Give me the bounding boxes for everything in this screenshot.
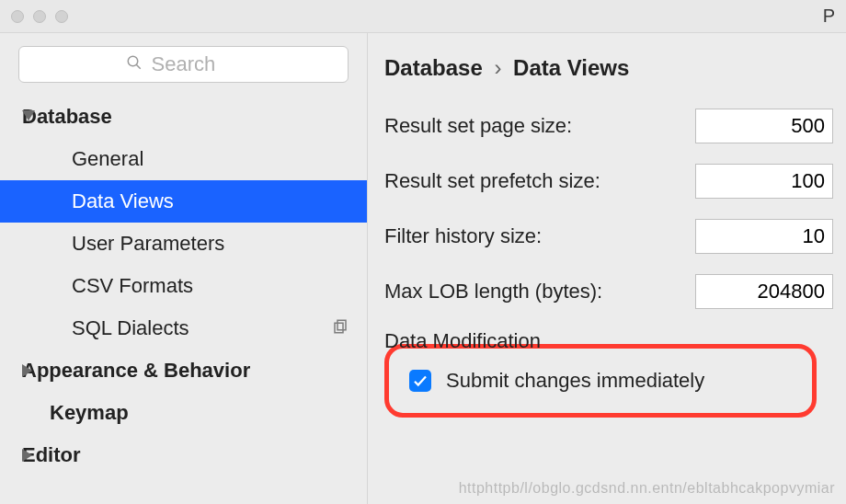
sidebar-item-label: General (72, 147, 367, 171)
field-label: Max LOB length (bytes): (384, 280, 602, 304)
filter-history-input[interactable] (695, 219, 833, 254)
sidebar-item-csv-formats[interactable]: CSV Formats (0, 265, 367, 307)
sidebar-item-label: SQL Dialects (72, 316, 332, 340)
field-prefetch-size: Result set prefetch size: (384, 164, 833, 199)
chevron-down-icon[interactable] (22, 105, 35, 129)
settings-tree: Database General Data Views User Paramet… (0, 96, 367, 476)
field-filter-history: Filter history size: (384, 219, 833, 254)
page-size-input[interactable] (695, 109, 833, 143)
chevron-right-icon[interactable] (22, 359, 35, 383)
svg-point-0 (128, 56, 138, 66)
minimize-window-button[interactable] (33, 10, 46, 23)
settings-content: Database › Data Views Result set page si… (368, 33, 846, 504)
svg-line-1 (136, 64, 141, 69)
sidebar-section-appearance[interactable]: Appearance & Behavior (0, 349, 367, 392)
svg-marker-5 (22, 364, 32, 377)
chevron-right-icon[interactable] (22, 443, 35, 467)
submit-changes-label: Submit changes immediately (446, 369, 704, 393)
sidebar-section-keymap[interactable]: Keymap (0, 392, 367, 434)
sidebar-section-label: Keymap (50, 401, 367, 425)
sidebar-item-general[interactable]: General (0, 138, 367, 180)
sidebar-item-data-views[interactable]: Data Views (0, 180, 367, 223)
breadcrumb-child: Data Views (513, 55, 629, 80)
field-label: Result set prefetch size: (384, 169, 600, 193)
submit-changes-checkbox[interactable] (409, 370, 431, 392)
sidebar-section-label: Appearance & Behavior (22, 359, 367, 383)
svg-marker-2 (22, 110, 35, 120)
window-titlebar: P (0, 0, 846, 33)
field-label: Result set page size: (384, 114, 572, 138)
sidebar-item-label: User Parameters (72, 232, 367, 256)
breadcrumb: Database › Data Views (384, 55, 833, 81)
window-title-fragment: P (823, 6, 835, 27)
sidebar-section-editor[interactable]: Editor (0, 434, 367, 476)
field-max-lob: Max LOB length (bytes): (384, 274, 833, 309)
sidebar-item-label: CSV Formats (72, 274, 367, 298)
svg-rect-3 (337, 320, 346, 330)
breadcrumb-parent: Database (384, 55, 483, 80)
sidebar-item-label: Data Views (72, 189, 367, 213)
chevron-right-icon: › (494, 55, 501, 80)
window-controls (11, 10, 68, 23)
prefetch-size-input[interactable] (695, 164, 833, 199)
zoom-window-button[interactable] (55, 10, 68, 23)
sidebar-item-user-parameters[interactable]: User Parameters (0, 223, 367, 265)
sidebar-section-label: Editor (22, 443, 367, 467)
search-icon (126, 54, 143, 74)
search-input[interactable] (150, 52, 242, 77)
watermark-text: httphttpb/l/obglo.gcdsnd.nn.entn/ebltabh… (459, 480, 835, 497)
copy-icon[interactable] (332, 316, 349, 340)
svg-marker-6 (22, 449, 32, 462)
sidebar-item-sql-dialects[interactable]: SQL Dialects (0, 307, 367, 349)
sidebar-section-database[interactable]: Database (0, 96, 367, 138)
sidebar-section-label: Database (22, 105, 367, 129)
svg-rect-4 (335, 323, 343, 333)
highlight-annotation: Submit changes immediately (384, 344, 817, 418)
search-field[interactable] (18, 46, 349, 83)
close-window-button[interactable] (11, 10, 24, 23)
max-lob-input[interactable] (695, 274, 833, 309)
field-label: Filter history size: (384, 224, 542, 248)
settings-sidebar: Database General Data Views User Paramet… (0, 33, 368, 504)
field-page-size: Result set page size: (384, 109, 833, 143)
